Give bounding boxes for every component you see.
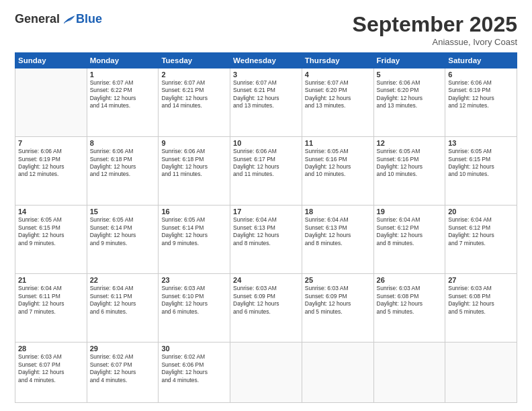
day-info: Sunrise: 6:05 AM Sunset: 6:14 PM Dayligh… xyxy=(161,216,227,247)
calendar-week-3: 21Sunrise: 6:04 AM Sunset: 6:11 PM Dayli… xyxy=(15,274,517,342)
calendar-cell: 13Sunrise: 6:05 AM Sunset: 6:15 PM Dayli… xyxy=(445,137,517,205)
calendar-cell: 1Sunrise: 6:07 AM Sunset: 6:22 PM Daylig… xyxy=(87,68,159,137)
calendar-week-1: 7Sunrise: 6:06 AM Sunset: 6:19 PM Daylig… xyxy=(15,137,517,205)
calendar-cell: 27Sunrise: 6:03 AM Sunset: 6:08 PM Dayli… xyxy=(445,274,517,342)
calendar-cell: 5Sunrise: 6:06 AM Sunset: 6:20 PM Daylig… xyxy=(373,68,445,137)
day-number: 17 xyxy=(233,208,299,216)
calendar-cell: 10Sunrise: 6:06 AM Sunset: 6:17 PM Dayli… xyxy=(230,137,302,205)
calendar-cell: 17Sunrise: 6:04 AM Sunset: 6:13 PM Dayli… xyxy=(230,205,302,274)
day-number: 20 xyxy=(448,208,514,216)
day-info: Sunrise: 6:04 AM Sunset: 6:11 PM Dayligh… xyxy=(18,285,84,316)
day-info: Sunrise: 6:03 AM Sunset: 6:10 PM Dayligh… xyxy=(161,285,227,316)
logo-bird-icon xyxy=(61,13,76,26)
day-number: 12 xyxy=(377,139,443,147)
day-number: 11 xyxy=(305,139,371,147)
weekday-header-thursday: Thursday xyxy=(302,53,373,68)
day-info: Sunrise: 6:03 AM Sunset: 6:09 PM Dayligh… xyxy=(305,285,371,316)
day-number: 21 xyxy=(18,276,84,284)
day-info: Sunrise: 6:07 AM Sunset: 6:21 PM Dayligh… xyxy=(233,79,299,110)
day-number: 16 xyxy=(161,208,227,216)
logo: General Blue xyxy=(15,12,102,26)
header: General Blue September 2025 Aniassue, Iv… xyxy=(15,12,517,47)
day-info: Sunrise: 6:04 AM Sunset: 6:11 PM Dayligh… xyxy=(90,285,156,316)
calendar-cell: 3Sunrise: 6:07 AM Sunset: 6:21 PM Daylig… xyxy=(230,68,302,137)
calendar-cell xyxy=(302,342,373,403)
day-number: 25 xyxy=(305,276,371,284)
logo-general-text: General xyxy=(15,12,60,26)
calendar-cell: 29Sunrise: 6:02 AM Sunset: 6:07 PM Dayli… xyxy=(87,342,159,403)
day-info: Sunrise: 6:06 AM Sunset: 6:18 PM Dayligh… xyxy=(90,148,156,179)
day-info: Sunrise: 6:05 AM Sunset: 6:14 PM Dayligh… xyxy=(90,216,156,247)
calendar-cell: 21Sunrise: 6:04 AM Sunset: 6:11 PM Dayli… xyxy=(15,274,87,342)
calendar-cell: 14Sunrise: 6:05 AM Sunset: 6:15 PM Dayli… xyxy=(15,205,87,274)
calendar-cell xyxy=(373,342,445,403)
day-number: 4 xyxy=(305,71,371,79)
calendar-cell: 4Sunrise: 6:07 AM Sunset: 6:20 PM Daylig… xyxy=(302,68,373,137)
calendar-week-4: 28Sunrise: 6:03 AM Sunset: 6:07 PM Dayli… xyxy=(15,342,517,403)
calendar-cell xyxy=(15,68,87,137)
calendar-cell xyxy=(230,342,302,403)
calendar-cell: 8Sunrise: 6:06 AM Sunset: 6:18 PM Daylig… xyxy=(87,137,159,205)
calendar-cell: 24Sunrise: 6:03 AM Sunset: 6:09 PM Dayli… xyxy=(230,274,302,342)
calendar-body: 1Sunrise: 6:07 AM Sunset: 6:22 PM Daylig… xyxy=(15,68,517,403)
day-info: Sunrise: 6:03 AM Sunset: 6:09 PM Dayligh… xyxy=(233,285,299,316)
calendar-cell: 18Sunrise: 6:04 AM Sunset: 6:13 PM Dayli… xyxy=(302,205,373,274)
calendar-week-0: 1Sunrise: 6:07 AM Sunset: 6:22 PM Daylig… xyxy=(15,68,517,137)
day-number: 18 xyxy=(305,208,371,216)
weekday-header-tuesday: Tuesday xyxy=(159,53,230,68)
day-info: Sunrise: 6:03 AM Sunset: 6:07 PM Dayligh… xyxy=(18,353,84,384)
calendar-cell: 22Sunrise: 6:04 AM Sunset: 6:11 PM Dayli… xyxy=(87,274,159,342)
day-number: 8 xyxy=(90,139,156,147)
calendar-cell: 2Sunrise: 6:07 AM Sunset: 6:21 PM Daylig… xyxy=(159,68,230,137)
day-number: 5 xyxy=(377,71,443,79)
day-number: 24 xyxy=(233,276,299,284)
day-info: Sunrise: 6:04 AM Sunset: 6:13 PM Dayligh… xyxy=(305,216,371,247)
calendar-cell: 16Sunrise: 6:05 AM Sunset: 6:14 PM Dayli… xyxy=(159,205,230,274)
calendar-cell: 7Sunrise: 6:06 AM Sunset: 6:19 PM Daylig… xyxy=(15,137,87,205)
calendar-cell: 20Sunrise: 6:04 AM Sunset: 6:12 PM Dayli… xyxy=(445,205,517,274)
calendar-table: SundayMondayTuesdayWednesdayThursdayFrid… xyxy=(15,52,517,403)
day-info: Sunrise: 6:05 AM Sunset: 6:16 PM Dayligh… xyxy=(305,148,371,179)
day-number: 19 xyxy=(377,208,443,216)
day-info: Sunrise: 6:05 AM Sunset: 6:16 PM Dayligh… xyxy=(377,148,443,179)
day-number: 2 xyxy=(161,71,227,79)
calendar-header-row: SundayMondayTuesdayWednesdayThursdayFrid… xyxy=(15,53,517,68)
day-info: Sunrise: 6:06 AM Sunset: 6:19 PM Dayligh… xyxy=(448,79,514,110)
day-info: Sunrise: 6:06 AM Sunset: 6:20 PM Dayligh… xyxy=(377,79,443,110)
day-info: Sunrise: 6:07 AM Sunset: 6:22 PM Dayligh… xyxy=(90,79,156,110)
day-number: 22 xyxy=(90,276,156,284)
day-number: 30 xyxy=(161,345,227,353)
day-number: 15 xyxy=(90,208,156,216)
calendar-cell: 19Sunrise: 6:04 AM Sunset: 6:12 PM Dayli… xyxy=(373,205,445,274)
day-info: Sunrise: 6:02 AM Sunset: 6:07 PM Dayligh… xyxy=(90,353,156,384)
day-number: 26 xyxy=(377,276,443,284)
day-info: Sunrise: 6:06 AM Sunset: 6:17 PM Dayligh… xyxy=(233,148,299,179)
calendar-cell xyxy=(445,342,517,403)
day-info: Sunrise: 6:06 AM Sunset: 6:19 PM Dayligh… xyxy=(18,148,84,179)
calendar-cell: 11Sunrise: 6:05 AM Sunset: 6:16 PM Dayli… xyxy=(302,137,373,205)
weekday-header-monday: Monday xyxy=(87,53,159,68)
calendar-cell: 26Sunrise: 6:03 AM Sunset: 6:08 PM Dayli… xyxy=(373,274,445,342)
day-info: Sunrise: 6:02 AM Sunset: 6:06 PM Dayligh… xyxy=(161,353,227,384)
day-number: 7 xyxy=(18,139,84,147)
day-info: Sunrise: 6:06 AM Sunset: 6:18 PM Dayligh… xyxy=(161,148,227,179)
day-number: 29 xyxy=(90,345,156,353)
day-number: 10 xyxy=(233,139,299,147)
day-info: Sunrise: 6:07 AM Sunset: 6:21 PM Dayligh… xyxy=(161,79,227,110)
weekday-header-wednesday: Wednesday xyxy=(230,53,302,68)
page: General Blue September 2025 Aniassue, Iv… xyxy=(0,0,532,411)
calendar-week-2: 14Sunrise: 6:05 AM Sunset: 6:15 PM Dayli… xyxy=(15,205,517,274)
location: Aniassue, Ivory Coast xyxy=(353,37,517,47)
calendar-cell: 12Sunrise: 6:05 AM Sunset: 6:16 PM Dayli… xyxy=(373,137,445,205)
month-title: September 2025 xyxy=(353,12,517,37)
day-number: 3 xyxy=(233,71,299,79)
day-info: Sunrise: 6:05 AM Sunset: 6:15 PM Dayligh… xyxy=(18,216,84,247)
day-number: 1 xyxy=(90,71,156,79)
day-number: 27 xyxy=(448,276,514,284)
weekday-header-saturday: Saturday xyxy=(445,53,517,68)
day-info: Sunrise: 6:03 AM Sunset: 6:08 PM Dayligh… xyxy=(448,285,514,316)
calendar-cell: 15Sunrise: 6:05 AM Sunset: 6:14 PM Dayli… xyxy=(87,205,159,274)
calendar-cell: 23Sunrise: 6:03 AM Sunset: 6:10 PM Dayli… xyxy=(159,274,230,342)
day-info: Sunrise: 6:04 AM Sunset: 6:12 PM Dayligh… xyxy=(448,216,514,247)
day-info: Sunrise: 6:07 AM Sunset: 6:20 PM Dayligh… xyxy=(305,79,371,110)
